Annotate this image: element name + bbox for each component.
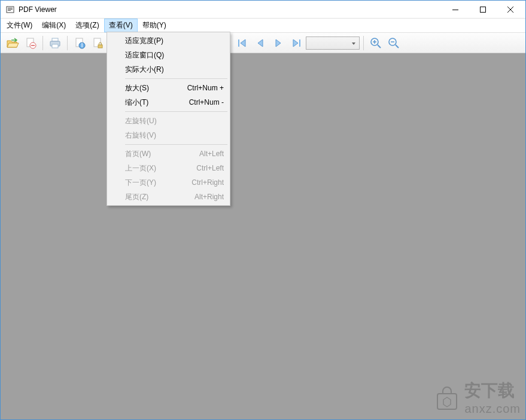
separator-icon — [125, 144, 227, 145]
view-dropdown: 适应宽度(P) 适应窗口(Q) 实际大小(R) 放大(S) Ctrl+Num +… — [107, 32, 230, 206]
toolbar: i — [1, 33, 525, 53]
watermark: 安下载 anxz.com — [433, 379, 521, 416]
close-button[interactable] — [497, 1, 524, 18]
watermark-line1: 安下载 — [464, 379, 521, 402]
svg-text:i: i — [81, 41, 83, 49]
svg-line-24 — [396, 45, 399, 48]
last-page-button[interactable] — [288, 35, 305, 51]
svg-rect-3 — [8, 10, 11, 11]
window: PDF Viewer 文件(W) 编辑(X) 选项(Z) 查看(V) 帮助(Y) — [0, 0, 526, 420]
svg-rect-4 — [452, 10, 458, 10]
content-area: 安下载 anxz.com — [1, 53, 525, 419]
svg-rect-2 — [8, 9, 13, 10]
menu-item-label: 尾页(Z) — [125, 192, 148, 202]
svg-rect-9 — [52, 38, 58, 41]
menu-item-label: 上一页(X) — [125, 163, 156, 174]
menu-item-shortcut: Alt+Right — [194, 193, 224, 201]
menu-item-label: 缩小(T) — [125, 98, 148, 108]
menu-item-label: 适应窗口(Q) — [125, 50, 164, 60]
watermark-text: 安下载 anxz.com — [464, 379, 521, 416]
svg-rect-11 — [52, 44, 58, 48]
svg-rect-5 — [481, 7, 486, 12]
zoom-out-button[interactable] — [385, 35, 402, 51]
doc-lock-button[interactable] — [89, 35, 106, 51]
separator-icon — [363, 36, 364, 50]
separator-icon — [125, 78, 227, 79]
menu-item-label: 右旋转(V) — [125, 130, 156, 141]
menu-view[interactable]: 查看(V) — [104, 19, 138, 32]
first-page-button[interactable] — [234, 35, 251, 51]
menu-item-shortcut: Ctrl+Left — [196, 164, 224, 172]
svg-rect-8 — [31, 45, 35, 46]
menu-item-label: 适应宽度(P) — [125, 36, 163, 46]
doc-info-button[interactable]: i — [71, 35, 88, 51]
menu-help[interactable]: 帮助(Y) — [138, 19, 171, 32]
prev-page-button[interactable] — [252, 35, 269, 51]
svg-rect-17 — [238, 39, 239, 47]
menu-item-label: 左旋转(U) — [125, 116, 157, 126]
menu-item-label: 下一页(Y) — [125, 178, 156, 188]
next-page-button[interactable] — [270, 35, 287, 51]
svg-rect-1 — [8, 8, 13, 8]
menu-rotate-right: 右旋转(V) — [108, 128, 229, 142]
maximize-button[interactable] — [469, 1, 497, 18]
menu-item-shortcut: Alt+Left — [199, 150, 224, 158]
page-select[interactable] — [306, 36, 360, 50]
separator-icon — [67, 36, 68, 50]
separator-icon — [42, 36, 43, 50]
print-button[interactable] — [47, 35, 63, 51]
menu-item-shortcut: Ctrl+Num - — [189, 98, 224, 106]
menu-rotate-left: 左旋转(U) — [108, 114, 229, 128]
menubar: 文件(W) 编辑(X) 选项(Z) 查看(V) 帮助(Y) — [1, 19, 525, 33]
menu-item-label: 首页(W) — [125, 149, 151, 159]
menu-fit-width[interactable]: 适应宽度(P) — [108, 34, 229, 48]
menu-actual-size[interactable]: 实际大小(R) — [108, 62, 229, 77]
svg-line-20 — [378, 45, 381, 48]
menu-item-label: 放大(S) — [125, 83, 149, 93]
open-button[interactable] — [4, 35, 21, 51]
menu-item-shortcut: Ctrl+Right — [191, 178, 224, 187]
menu-prev-page: 上一页(X) Ctrl+Left — [108, 161, 229, 175]
window-title: PDF Viewer — [19, 5, 442, 14]
watermark-line2: anxz.com — [464, 402, 521, 416]
menu-options[interactable]: 选项(Z) — [71, 19, 104, 32]
menu-item-label: 实际大小(R) — [125, 65, 164, 75]
menu-zoom-in[interactable]: 放大(S) Ctrl+Num + — [108, 81, 229, 95]
menu-last-page: 尾页(Z) Alt+Right — [108, 190, 229, 204]
menu-first-page: 首页(W) Alt+Left — [108, 147, 229, 161]
zoom-in-button[interactable] — [367, 35, 384, 51]
menu-zoom-out[interactable]: 缩小(T) Ctrl+Num - — [108, 95, 229, 109]
bag-icon — [433, 384, 461, 412]
svg-rect-16 — [98, 45, 102, 48]
menu-file[interactable]: 文件(W) — [2, 19, 37, 32]
menu-edit[interactable]: 编辑(X) — [37, 19, 71, 32]
close-doc-button[interactable] — [22, 35, 39, 51]
titlebar: PDF Viewer — [1, 1, 525, 19]
menu-fit-window[interactable]: 适应窗口(Q) — [108, 48, 229, 62]
menu-item-shortcut: Ctrl+Num + — [187, 84, 224, 92]
app-icon — [5, 5, 15, 14]
menu-next-page: 下一页(Y) Ctrl+Right — [108, 175, 229, 190]
svg-rect-18 — [299, 39, 300, 47]
minimize-button[interactable] — [442, 1, 469, 18]
separator-icon — [125, 111, 227, 112]
